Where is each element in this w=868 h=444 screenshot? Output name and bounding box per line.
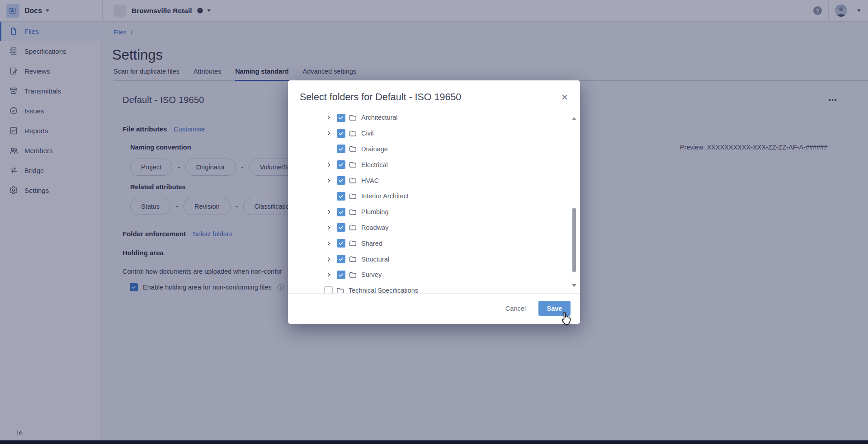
folder-checkbox[interactable] — [337, 239, 345, 248]
folder-name: Roadway — [361, 224, 388, 231]
folder-tree: Architectural Civil Drainage Electrical … — [288, 114, 580, 294]
folder-name: HVAC — [361, 177, 379, 184]
folder-checkbox[interactable] — [337, 223, 345, 232]
chevron-right-icon[interactable] — [326, 208, 332, 216]
folder-name: Architectural — [361, 114, 398, 121]
folder-icon — [349, 114, 357, 122]
folder-checkbox[interactable] — [337, 145, 345, 153]
folder-row-survey[interactable]: Survey — [288, 267, 580, 283]
chevron-right-icon[interactable] — [326, 177, 332, 185]
folder-icon — [349, 223, 357, 232]
folder-checkbox[interactable] — [337, 192, 345, 201]
cancel-button[interactable]: Cancel — [505, 305, 526, 312]
folder-icon — [349, 239, 357, 248]
folder-row-civil[interactable]: Civil — [288, 126, 580, 141]
folder-rows: Architectural Civil Drainage Electrical … — [288, 114, 580, 294]
chevron-right-icon[interactable] — [326, 255, 332, 263]
app-window: Docs Brownsville Retail ? Files — [0, 0, 868, 444]
folder-name: Electrical — [361, 161, 388, 168]
folder-row-plumbing[interactable]: Plumbing — [288, 204, 580, 220]
folder-row-shared[interactable]: Shared — [288, 235, 580, 251]
dialog-title: Select folders for Default - ISO 19650 — [300, 92, 461, 103]
folder-icon — [349, 255, 357, 263]
folder-name: Interior Architect — [361, 192, 409, 200]
mouse-cursor-hand — [559, 311, 573, 326]
folder-name: Civil — [361, 130, 373, 137]
scroll-up-arrow[interactable] — [572, 117, 576, 120]
folder-row-technical-specifications[interactable]: Technical Specifications — [288, 283, 580, 294]
folder-row-hvac[interactable]: HVAC — [288, 173, 580, 188]
folder-checkbox[interactable] — [337, 160, 345, 169]
folder-row-electrical[interactable]: Electrical — [288, 157, 580, 173]
chevron-right-icon[interactable] — [326, 114, 332, 122]
folder-name: Survey — [361, 271, 382, 278]
folder-icon — [349, 192, 357, 201]
folder-checkbox[interactable] — [337, 129, 345, 138]
scroll-down-arrow[interactable] — [572, 284, 576, 287]
close-icon[interactable]: ✕ — [561, 93, 568, 102]
folder-checkbox[interactable] — [337, 114, 345, 122]
folder-row-roadway[interactable]: Roadway — [288, 220, 580, 236]
chevron-right-icon[interactable] — [326, 224, 332, 232]
select-folders-dialog: Select folders for Default - ISO 19650 ✕… — [288, 80, 580, 324]
folder-icon — [349, 129, 357, 138]
folder-row-interior-architect[interactable]: Interior Architect — [288, 188, 580, 204]
folder-name: Drainage — [361, 145, 388, 153]
folder-icon — [349, 271, 357, 279]
scrollbar-thumb[interactable] — [572, 208, 576, 272]
chevron-right-icon[interactable] — [326, 239, 332, 248]
dialog-header: Select folders for Default - ISO 19650 ✕ — [288, 80, 580, 114]
folder-checkbox[interactable] — [337, 208, 345, 216]
chevron-right-icon[interactable] — [326, 129, 332, 137]
folder-icon — [349, 145, 357, 153]
chevron-right-icon[interactable] — [326, 271, 332, 279]
chevron-right-icon[interactable] — [326, 161, 332, 169]
folder-icon — [349, 176, 357, 185]
folder-name: Shared — [361, 240, 382, 247]
folder-row-structural[interactable]: Structural — [288, 251, 580, 267]
folder-checkbox[interactable] — [337, 255, 345, 263]
folder-checkbox[interactable] — [337, 176, 345, 185]
folder-row-architectural[interactable]: Architectural — [288, 114, 580, 126]
folder-name: Plumbing — [361, 208, 388, 215]
folder-name: Structural — [361, 256, 389, 263]
folder-icon — [349, 160, 357, 169]
dialog-footer: Cancel Save — [288, 293, 580, 324]
folder-checkbox[interactable] — [337, 271, 345, 279]
folder-row-drainage[interactable]: Drainage — [288, 141, 580, 157]
folder-icon — [349, 208, 357, 216]
